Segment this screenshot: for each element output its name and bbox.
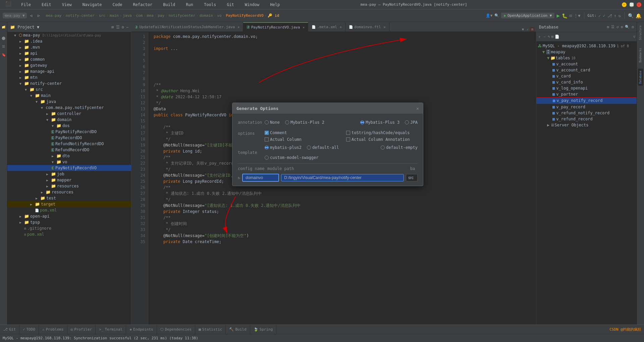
tree-item-refundrecorddo[interactable]: C RefundRecordDO xyxy=(7,147,131,153)
bottom-tab-git[interactable]: ⎇ Git xyxy=(0,325,19,334)
menu-file[interactable]: File xyxy=(18,1,34,8)
db-item-v-pay-notify-record[interactable]: ▦ v_pay_notify_record xyxy=(536,97,637,104)
breadcrumb-field[interactable]: 🔑 id xyxy=(268,13,279,18)
db-toolbar-icon1[interactable]: ⊞ xyxy=(607,25,609,29)
menu-view[interactable]: View xyxy=(59,1,75,8)
more-run-options[interactable]: ⋮▼ xyxy=(574,13,580,18)
menu-refactor[interactable]: Refactor xyxy=(129,1,156,8)
database-toolbar[interactable]: ⊞ ☰ ↺ ⚙ 🔍 ⊟ xyxy=(607,25,634,29)
tree-item-com-mea[interactable]: ▼ com.mea.pay.notifycenter xyxy=(7,105,131,111)
menu-tools[interactable]: Tools xyxy=(201,1,219,8)
tree-item-mvn[interactable]: ▶ 📁 .mvn xyxy=(7,44,131,50)
db-toolbar-icon3[interactable]: ↺ xyxy=(616,25,619,29)
module-path-input[interactable] xyxy=(281,174,404,181)
db-item-tables[interactable]: ▼ 📁 tables 10 xyxy=(536,55,637,61)
menu-help[interactable]: Help xyxy=(267,1,283,8)
tree-item-paynotifyrecordvo[interactable]: C PayNotifyRecordVO xyxy=(7,165,131,171)
global-search[interactable]: 🔍 xyxy=(628,13,634,18)
bottom-tab-statistic[interactable]: ▦ Statistic xyxy=(195,325,226,334)
breadcrumb-notify-center[interactable]: notify-center xyxy=(66,13,95,18)
db-toolbar-icon4[interactable]: ⚙ xyxy=(621,25,623,29)
db-filter-icon[interactable]: ▽ xyxy=(633,35,635,39)
config-name-input[interactable] xyxy=(242,174,279,182)
bottom-tab-endpoints[interactable]: ◈ Endpoints xyxy=(126,325,157,334)
tab-updatefail[interactable]: J UpdateFailNotificationStatusJobHandler… xyxy=(131,22,243,32)
tree-item-service[interactable]: ▶ 📁 resources xyxy=(7,183,131,189)
tree-item-domain[interactable]: ▼ 📁 domain xyxy=(7,117,131,123)
bottom-tab-terminal[interactable]: >_ Terminal xyxy=(96,325,126,334)
db-sql-icon[interactable]: 📄 xyxy=(555,35,559,39)
notifications[interactable]: 🔔 xyxy=(636,13,641,18)
db-toolbar-icon2[interactable]: ☰ xyxy=(611,25,614,29)
base-path-input[interactable] xyxy=(406,174,418,181)
tree-item-gateway[interactable]: ▶ 📁 gateway xyxy=(7,62,131,68)
close-btn[interactable]: ✕ xyxy=(637,2,641,7)
right-side-structure[interactable]: Structure xyxy=(638,23,643,42)
breadcrumb-com[interactable]: com xyxy=(136,13,143,18)
db-item-v-partner[interactable]: ▦ v_partner xyxy=(536,91,637,97)
option-comment[interactable]: ✓ Comment xyxy=(265,130,336,135)
project-selector[interactable]: mea-pay ▼ xyxy=(3,13,27,18)
breadcrumb-notifycenter[interactable]: notifycenter xyxy=(169,13,195,18)
annotation-mybatisplus2[interactable]: Mybatis-Plus 2 xyxy=(285,120,324,125)
breadcrumb-vo[interactable]: vo xyxy=(217,13,221,18)
editor-content[interactable]: 1234567891011121314151617181920212223242… xyxy=(131,32,536,325)
tree-item-java[interactable]: ▼ 📁 java xyxy=(7,99,131,105)
db-edit-icon[interactable]: ✎ xyxy=(548,35,550,39)
template-default-empty[interactable]: default-empty xyxy=(381,145,418,150)
breadcrumb-java[interactable]: java xyxy=(123,13,132,18)
git-branch[interactable]: ⎇ xyxy=(607,13,612,18)
tree-item-common[interactable]: ▶ 📁 common xyxy=(7,56,131,62)
template-default-all[interactable]: default-all xyxy=(307,145,339,150)
tree-item-paynotifyrecorddo[interactable]: C PayNotifyRecordDO xyxy=(7,129,131,135)
db-item-v-refund-record[interactable]: ▦ v_refund_record xyxy=(536,116,637,122)
close-tab-domainvo[interactable]: ✕ xyxy=(384,25,386,29)
git-checkmark2[interactable]: ✓ xyxy=(603,13,605,18)
tree-item-dto[interactable]: ▶ 📁 dto xyxy=(7,153,131,159)
tree-item-mapper[interactable]: ▶ 📁 mapper xyxy=(7,177,131,183)
tree-item-main[interactable]: ▼ 📁 main xyxy=(7,93,131,99)
db-item-connection[interactable]: 🖧 MySQL - meapay@192.168.110.139 1 of 8 xyxy=(536,43,637,49)
tree-item-mtn[interactable]: ▶ 📁 mtn xyxy=(7,74,131,80)
commit-icon[interactable]: ⬤ xyxy=(2,36,5,40)
minimize-sidebar-icon[interactable]: − xyxy=(126,25,128,30)
tab-domainvo-ftl[interactable]: 📄 domainvo.ftl ✕ xyxy=(345,22,389,32)
db-item-v-refund-notify[interactable]: ▦ v_refund_notify_record xyxy=(536,110,637,116)
structure-icon[interactable]: ☰ xyxy=(2,45,5,48)
db-item-v-account[interactable]: ▦ v_account xyxy=(536,61,637,67)
right-side-database[interactable]: Database xyxy=(638,69,643,86)
toolbar-nav-fwd[interactable]: ▷ xyxy=(36,11,42,20)
option-tostring[interactable]: toString/hashCode/equals xyxy=(346,130,418,135)
git-push[interactable]: ↑ xyxy=(614,13,616,18)
profile-icon[interactable]: 👤▼ xyxy=(486,13,493,18)
tree-item-gitignore[interactable]: m .gitignore xyxy=(7,225,131,231)
tree-item-controller[interactable]: ▶ 📁 controller xyxy=(7,111,131,117)
annotation-mybatisplus3[interactable]: Mybatis-Plus 3 xyxy=(360,120,399,125)
window-controls[interactable]: − ⬜ ✕ xyxy=(622,2,641,7)
git-pull[interactable]: ↻ xyxy=(619,13,621,18)
option-actual-column[interactable]: Actual Column xyxy=(265,137,336,142)
minimize-btn[interactable]: − xyxy=(622,2,627,7)
run-config-selector[interactable]: ▶ OpenApiApplication ▼ xyxy=(501,13,554,18)
breadcrumb-mea[interactable]: mea xyxy=(147,13,154,18)
collapse-all-icon[interactable]: ☰ xyxy=(116,25,120,30)
bottom-tab-todo[interactable]: ✓ TODO xyxy=(19,325,39,334)
tree-item-pom-xml[interactable]: m pom.xml xyxy=(7,231,131,237)
tree-item-dos[interactable]: ▼ 📁 dos xyxy=(7,123,131,129)
db-grid-icon[interactable]: ⊞ xyxy=(551,35,554,39)
tab-paynotifyrecordvo[interactable]: J PayNotifyRecordVO.java ✕ xyxy=(243,22,308,32)
tree-item-manage-api[interactable]: ▶ 📁 manage-api xyxy=(7,68,131,74)
db-item-v-log-openapi[interactable]: ▦ v_log_openapi xyxy=(536,85,637,91)
annotation-none[interactable]: None xyxy=(265,120,280,125)
close-tab-meta[interactable]: ✕ xyxy=(340,25,342,29)
menu-code[interactable]: Code xyxy=(109,1,126,8)
project-view-icon[interactable]: 📁 xyxy=(1,23,6,32)
tree-item-idea[interactable]: ▶ 📁 .idea xyxy=(7,38,131,44)
tree-item-vo[interactable]: ▼ 📁 vo xyxy=(7,159,131,165)
reload-config-icon[interactable]: ↻ xyxy=(238,175,240,180)
dialog-close-icon[interactable]: ✕ xyxy=(416,106,419,111)
menu-navigate[interactable]: Navigate xyxy=(79,1,105,8)
breadcrumb-main[interactable]: main xyxy=(110,13,119,18)
template-mybatis-plus2[interactable]: mybatis-plus2 xyxy=(265,145,302,150)
tree-item-meapay[interactable]: ▼ ⬡ mea-pay D:\lingyin\VisualCard\mea-pa… xyxy=(7,32,131,38)
